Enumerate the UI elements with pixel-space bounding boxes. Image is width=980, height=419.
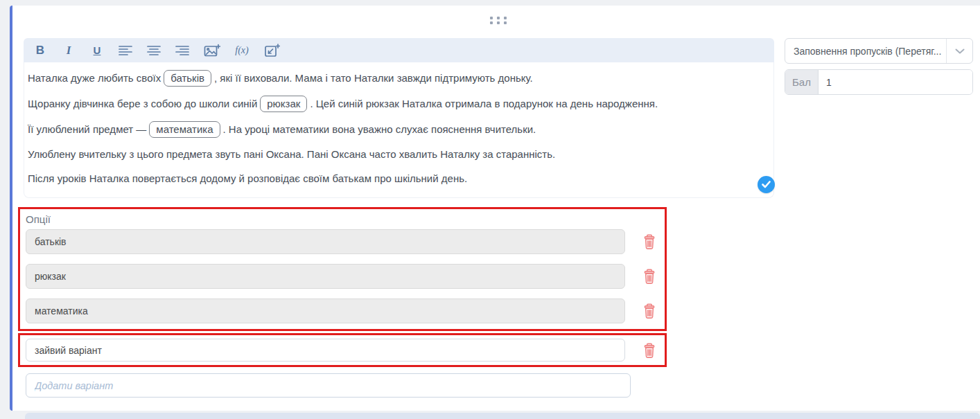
options-highlight-box: Опції [18,207,667,331]
score-field: Бал [785,69,973,95]
trash-icon [642,233,657,251]
option-row [26,298,665,323]
trash-icon [642,341,657,359]
paragraph-text: Її улюблений предмет — [28,123,146,135]
editor-paragraph: Улюблену вчительку з цього предмета звут… [28,147,746,162]
paragraph-text: Наталка дуже любить своїх [28,72,161,84]
align-left-button[interactable] [119,42,132,60]
delete-option-button[interactable] [640,266,658,287]
editor-paragraph: Після уроків Наталка повертається додому… [28,171,746,186]
align-right-icon [175,45,189,56]
insert-image-icon [204,44,220,57]
bold-button[interactable]: B [33,42,47,60]
align-right-button[interactable] [175,42,189,60]
question-text-editor[interactable]: Наталка дуже любить своїхбатьків, які її… [24,62,774,198]
option-row [26,264,665,289]
delete-option-button[interactable] [640,340,658,361]
blank-word-chip[interactable]: математика [149,121,220,138]
score-input[interactable] [819,70,972,94]
blank-word-chip[interactable]: рюкзак [260,96,307,112]
drag-handle-icon[interactable] [490,17,508,26]
question-card: B I U [10,6,980,411]
option-row [26,229,665,254]
trash-icon [642,302,657,320]
rich-text-toolbar: B I U [24,38,774,62]
paragraph-text: Після уроків Наталка повертається додому… [28,172,467,184]
italic-button[interactable]: I [62,42,76,60]
paragraph-text: , які її виховали. Мама і тато Наталки з… [214,72,533,84]
formula-button[interactable]: f(x) [235,42,249,60]
option-input[interactable] [26,264,625,289]
question-valid-button[interactable] [758,176,775,193]
underline-button[interactable]: U [90,42,104,60]
option-input[interactable] [26,298,625,323]
option-row [26,339,665,362]
extra-option-input[interactable] [26,339,625,362]
question-type-value: Заповнення пропусків (Перетяг... [785,46,946,57]
insert-blank-button[interactable] [263,42,280,60]
next-card-peek [25,413,980,419]
chevron-down-icon [946,39,972,63]
question-type-dropdown[interactable]: Заповнення пропусків (Перетяг... [785,38,973,64]
paragraph-text: Улюблену вчительку з цього предмета звут… [28,148,555,160]
delete-option-button[interactable] [640,301,658,321]
editor-paragraph: Її улюблений предмет —математика. На уро… [28,121,746,138]
check-icon [762,181,771,188]
add-option-input[interactable] [26,373,631,398]
editor-paragraph: Щоранку дівчинка бере з собою до школи с… [28,96,746,112]
align-center-button[interactable] [147,42,161,60]
align-left-icon [119,45,132,56]
blank-word-chip[interactable]: батьків [164,70,211,87]
insert-image-button[interactable] [204,42,220,60]
extra-option-highlight-box [18,333,667,367]
paragraph-text: . На уроці математики вона уважно слухає… [223,123,536,135]
score-label: Бал [785,70,819,94]
align-center-icon [147,45,161,56]
options-section-label: Опції [26,213,665,226]
trash-icon [642,267,657,285]
paragraph-text: . Цей синій рюкзак Наталка отримала в по… [310,98,658,109]
option-input[interactable] [26,229,625,254]
editor-paragraph: Наталка дуже любить своїхбатьків, які її… [28,70,746,87]
delete-option-button[interactable] [640,231,658,252]
paragraph-text: Щоранку дівчинка бере з собою до школи с… [28,98,257,109]
insert-blank-icon [263,43,280,58]
